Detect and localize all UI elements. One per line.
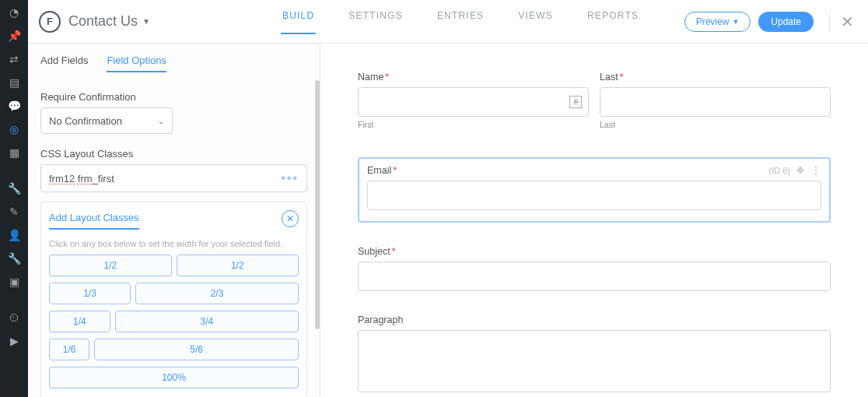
name-sublabel: First: [358, 120, 589, 129]
layout-panel-title: Add Layout Classes: [49, 212, 139, 230]
page-title-caret-icon[interactable]: ▼: [142, 17, 150, 26]
hidden-checkbox-row: Required Unique Read Only: [40, 80, 307, 82]
close-panel-icon[interactable]: ✕: [282, 210, 299, 227]
layout-panel-hint: Click on any box below to set the width …: [49, 239, 299, 248]
field-last[interactable]: Last* Last: [600, 72, 831, 129]
rail-save-icon[interactable]: ▣: [6, 274, 22, 290]
brand-logo: F: [39, 11, 61, 33]
require-confirmation-label: Require Confirmation: [40, 91, 307, 103]
rail-gauge-icon[interactable]: ⏲: [6, 310, 22, 325]
rail-list-icon[interactable]: ▦: [6, 145, 22, 160]
last-input[interactable]: [600, 87, 831, 117]
rail-chat-icon[interactable]: 💬: [6, 98, 22, 114]
sidebar-tabs: Add Fields Field Options: [28, 44, 320, 80]
move-handle-icon[interactable]: ✥: [796, 165, 804, 176]
sidebar-tab-field-options[interactable]: Field Options: [107, 54, 166, 72]
required-indicator: *: [393, 165, 397, 176]
subject-input[interactable]: [358, 262, 831, 291]
chevron-down-icon: ⌄: [158, 117, 164, 125]
field-id-badge: (ID 8): [769, 166, 791, 175]
layout-cell-full[interactable]: 100%: [49, 367, 299, 388]
layout-classes-panel: ✕ Add Layout Classes Click on any box be…: [40, 202, 307, 397]
last-sublabel: Last: [600, 120, 831, 129]
layout-cell-three-quarters[interactable]: 3/4: [115, 311, 299, 332]
tab-settings[interactable]: SETTINGS: [348, 10, 403, 33]
css-layout-classes-label: CSS Layout Classes: [40, 148, 307, 160]
field-name[interactable]: Name* ⎘ First: [358, 72, 589, 129]
field-subject[interactable]: Subject*: [358, 246, 831, 291]
rail-plugin-icon[interactable]: ⇄: [6, 51, 22, 67]
top-actions: Preview▼ Update ✕: [684, 12, 854, 32]
name-input[interactable]: ⎘: [358, 87, 589, 117]
tab-views[interactable]: VIEWS: [518, 10, 553, 33]
rail-formidable-icon[interactable]: ◎: [6, 121, 22, 137]
css-layout-classes-input[interactable]: frm12 frm_first •••: [40, 164, 307, 192]
sidebar-tab-add-fields[interactable]: Add Fields: [40, 54, 88, 72]
layout-cell-two-thirds[interactable]: 2/3: [135, 283, 299, 304]
sidebar-body: Required Unique Read Only Require Confir…: [28, 80, 320, 397]
layout-cell-quarter[interactable]: 1/4: [49, 311, 110, 332]
rail-doc-icon[interactable]: ▤: [6, 75, 22, 90]
tab-build[interactable]: BUILD: [282, 10, 314, 33]
page-title[interactable]: Contact Us: [68, 13, 138, 30]
field-email-selected[interactable]: Email* (ID 8) ✥ ⋮: [358, 157, 831, 223]
sidebar: Add Fields Field Options Required Unique…: [28, 44, 320, 397]
email-input[interactable]: [367, 181, 821, 210]
rail-brush-icon[interactable]: ✎: [6, 204, 22, 220]
chevron-down-icon: ▼: [732, 18, 739, 26]
required-indicator: *: [392, 246, 396, 257]
rail-wrench-icon[interactable]: 🔧: [6, 251, 22, 266]
layout-cell-half[interactable]: 1/2: [49, 255, 172, 276]
update-button[interactable]: Update: [758, 12, 814, 32]
tab-reports[interactable]: REPORTS: [587, 10, 639, 33]
close-icon[interactable]: ✕: [829, 12, 854, 32]
rail-pin-icon[interactable]: 📌: [6, 28, 22, 44]
layout-cell-third[interactable]: 1/3: [49, 283, 131, 304]
rail-user-icon[interactable]: 👤: [6, 227, 22, 243]
preview-button[interactable]: Preview▼: [684, 12, 751, 32]
require-confirmation-select[interactable]: No Confirmation ⌄: [40, 107, 173, 134]
ellipsis-icon[interactable]: •••: [281, 171, 299, 185]
required-indicator: *: [385, 72, 389, 83]
rail-play-icon[interactable]: ▶: [6, 333, 22, 349]
tab-entries[interactable]: ENTRIES: [437, 10, 484, 33]
rail-tools-icon[interactable]: 🔧: [6, 181, 22, 196]
required-indicator: *: [620, 72, 624, 83]
wp-admin-rail: ◔ 📌 ⇄ ▤ 💬 ◎ ▦ 🔧 ✎ 👤 🔧 ▣ ⏲ ▶: [0, 0, 28, 397]
field-paragraph[interactable]: Paragraph: [358, 314, 831, 392]
rail-dashboard-icon[interactable]: ◔: [6, 5, 22, 20]
layout-cell-five-sixths[interactable]: 5/6: [94, 339, 299, 360]
autofill-icon: ⎘: [569, 96, 582, 108]
kebab-menu-icon[interactable]: ⋮: [810, 165, 821, 176]
primary-tabs: BUILD SETTINGS ENTRIES VIEWS REPORTS: [282, 10, 639, 33]
layout-cell-half[interactable]: 1/2: [177, 255, 299, 276]
scrollbar[interactable]: [315, 80, 320, 329]
layout-cell-sixth[interactable]: 1/6: [49, 339, 89, 360]
paragraph-textarea[interactable]: [358, 330, 831, 392]
form-canvas: Name* ⎘ First Last* Last Email* (ID 8) ✥…: [320, 44, 868, 397]
top-bar: F Contact Us ▼ BUILD SETTINGS ENTRIES VI…: [28, 0, 868, 44]
